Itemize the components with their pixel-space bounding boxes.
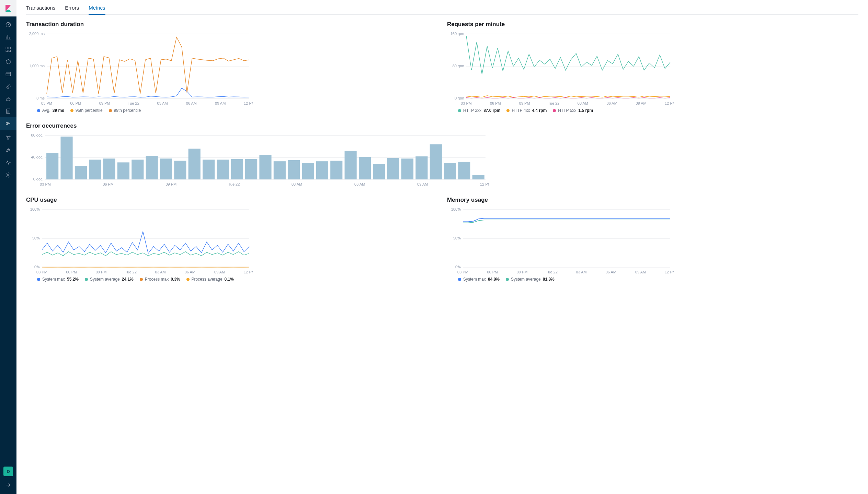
legend-value: 1.5 rpm [578,108,593,113]
svg-rect-63 [160,158,172,179]
nav-devtools-icon[interactable] [0,144,16,156]
svg-text:03 PM: 03 PM [457,270,468,274]
svg-text:09 AM: 09 AM [636,101,647,105]
legend-item[interactable]: Process max 0.3% [140,277,180,282]
svg-rect-4 [9,50,11,52]
svg-text:12 PM: 12 PM [665,270,674,274]
svg-text:03 PM: 03 PM [461,101,472,105]
tab-transactions[interactable]: Transactions [26,3,55,14]
panel-error-occurrences: Error occurrences 0 occ.40 occ.80 occ.03… [26,122,858,187]
svg-rect-78 [373,164,385,179]
nav-infra-icon[interactable] [0,93,16,105]
svg-rect-80 [401,158,413,179]
user-avatar[interactable]: D [3,467,13,476]
svg-text:03 AM: 03 AM [578,101,588,105]
svg-text:06 PM: 06 PM [103,182,114,186]
tab-errors[interactable]: Errors [65,3,79,14]
svg-point-11 [8,139,9,140]
svg-rect-62 [146,156,158,179]
panel-cpu-usage: CPU usage 0%50%100%03 PM06 PM09 PMTue 22… [26,197,437,282]
nav-maps-icon[interactable] [0,68,16,80]
collapse-icon[interactable] [0,479,16,491]
svg-text:06 PM: 06 PM [487,270,498,274]
svg-text:06 PM: 06 PM [490,101,501,105]
legend-item[interactable]: HTTP 4xx 4.4 rpm [506,108,547,113]
legend-item[interactable]: 99th percentile [109,108,141,113]
legend-dot-icon [37,278,40,281]
svg-text:40 occ.: 40 occ. [31,155,43,159]
legend-item[interactable]: System average 24.1% [85,277,134,282]
svg-point-6 [8,86,9,87]
panel-transaction-duration: Transaction duration 0 ms1,000 ms2,000 m… [26,21,437,113]
svg-text:06 PM: 06 PM [70,101,81,105]
legend-item[interactable]: HTTP 5xx 1.5 rpm [553,108,593,113]
legend-dot-icon [553,109,556,112]
sidebar-nav: D [0,0,16,494]
legend-value: 24.1% [122,277,134,282]
svg-rect-57 [75,166,87,179]
svg-text:06 AM: 06 AM [186,101,197,105]
svg-text:160 rpm: 160 rpm [450,32,464,36]
svg-rect-85 [472,175,484,179]
svg-text:09 PM: 09 PM [517,270,528,274]
svg-text:50%: 50% [32,236,40,240]
svg-rect-74 [316,161,328,179]
legend-value: 55.2% [67,277,79,282]
svg-rect-68 [231,159,243,179]
nav-graph-icon[interactable] [0,132,16,144]
legend-dot-icon [458,278,461,281]
svg-text:12 PM: 12 PM [665,101,674,105]
nav-canvas-icon[interactable] [0,56,16,68]
legend-value: 81.8% [543,277,555,282]
tab-metrics[interactable]: Metrics [89,3,105,15]
legend-dot-icon [109,109,112,112]
legend-dot-icon [458,109,461,112]
nav-ml-icon[interactable] [0,80,16,93]
legend-item[interactable]: Avg. 39 ms [37,108,64,113]
svg-rect-66 [203,160,215,179]
svg-text:Tue 22: Tue 22 [125,270,137,274]
svg-text:09 PM: 09 PM [519,101,530,105]
legend-value: 4.4 rpm [532,108,547,113]
svg-rect-64 [174,161,186,179]
svg-rect-73 [302,163,314,179]
svg-text:0 occ.: 0 occ. [33,177,43,181]
svg-text:80 occ.: 80 occ. [31,133,43,137]
svg-rect-71 [274,161,286,179]
svg-text:09 PM: 09 PM [99,101,110,105]
svg-rect-79 [387,158,399,179]
svg-text:06 AM: 06 AM [354,182,365,186]
legend-item[interactable]: Process average 0.1% [186,277,234,282]
svg-rect-5 [6,72,11,76]
nav-visualize-icon[interactable] [0,31,16,43]
legend-item[interactable]: 95th percentile [70,108,103,113]
svg-text:03 AM: 03 AM [292,182,302,186]
legend-dot-icon [85,278,88,281]
legend-label: 95th percentile [76,108,103,113]
svg-text:03 AM: 03 AM [157,101,168,105]
nav-apm-icon[interactable] [0,117,16,130]
legend-label: System max [42,277,65,282]
legend-label: System average [511,277,541,282]
svg-text:09 PM: 09 PM [96,270,107,274]
legend-item[interactable]: HTTP 2xx 87.0 rpm [458,108,500,113]
legend-value: 39 ms [53,108,64,113]
svg-text:06 PM: 06 PM [66,270,77,274]
svg-rect-76 [345,151,357,179]
kibana-logo[interactable] [0,0,16,16]
nav-discover-icon[interactable] [0,19,16,31]
legend-item[interactable]: System average 81.8% [506,277,555,282]
legend-dot-icon [506,109,510,112]
tab-bar: Transactions Errors Metrics [26,0,858,15]
svg-text:Tue 22: Tue 22 [548,101,560,105]
legend-item[interactable]: System max 84.8% [458,277,500,282]
nav-logs-icon[interactable] [0,105,16,117]
nav-dashboard-icon[interactable] [0,43,16,56]
panel-title: Error occurrences [26,122,858,129]
legend-item[interactable]: System max 55.2% [37,277,79,282]
legend-label: Process average [192,277,222,282]
nav-management-icon[interactable] [0,169,16,181]
nav-monitoring-icon[interactable] [0,156,16,169]
panel-title: Transaction duration [26,21,437,28]
svg-text:0%: 0% [455,265,461,269]
